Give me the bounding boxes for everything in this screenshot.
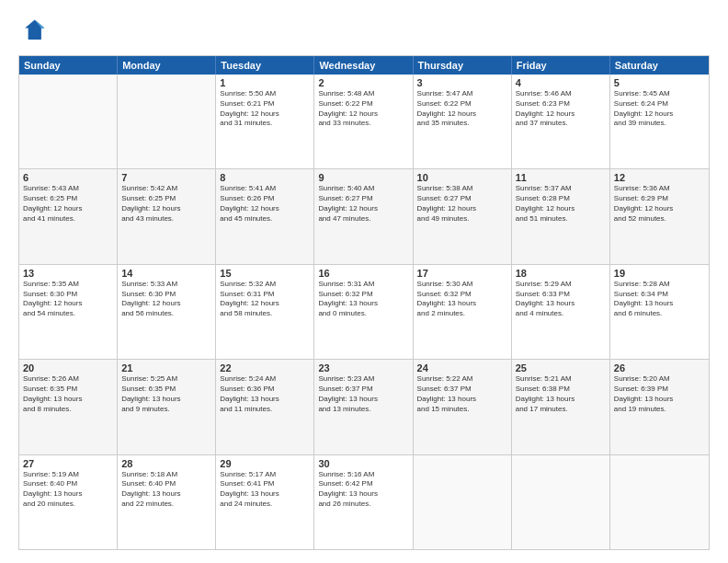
day-number: 15 (220, 268, 310, 279)
day-number: 21 (121, 362, 211, 373)
calendar-cell-r0c2: 1Sunrise: 5:50 AM Sunset: 6:21 PM Daylig… (216, 75, 314, 168)
calendar-cell-r1c3: 9Sunrise: 5:40 AM Sunset: 6:27 PM Daylig… (314, 169, 413, 263)
calendar-cell-r4c2: 29Sunrise: 5:17 AM Sunset: 6:41 PM Dayli… (216, 455, 314, 549)
calendar-cell-r2c6: 19Sunrise: 5:28 AM Sunset: 6:34 PM Dayli… (610, 265, 709, 359)
calendar-row-4: 27Sunrise: 5:19 AM Sunset: 6:40 PM Dayli… (19, 455, 709, 549)
calendar-cell-r3c6: 26Sunrise: 5:20 AM Sunset: 6:39 PM Dayli… (610, 360, 709, 454)
calendar-cell-r2c2: 15Sunrise: 5:32 AM Sunset: 6:31 PM Dayli… (216, 265, 314, 359)
day-number: 13 (23, 268, 113, 279)
cell-info: Sunrise: 5:24 AM Sunset: 6:36 PM Dayligh… (220, 374, 310, 414)
day-number: 6 (23, 172, 113, 183)
day-number: 9 (318, 172, 408, 183)
page: SundayMondayTuesdayWednesdayThursdayFrid… (0, 0, 728, 563)
cell-info: Sunrise: 5:40 AM Sunset: 6:27 PM Dayligh… (318, 184, 408, 224)
calendar-cell-r1c4: 10Sunrise: 5:38 AM Sunset: 6:27 PM Dayli… (414, 169, 512, 263)
cell-info: Sunrise: 5:26 AM Sunset: 6:35 PM Dayligh… (23, 374, 113, 414)
cell-info: Sunrise: 5:38 AM Sunset: 6:27 PM Dayligh… (417, 184, 507, 224)
calendar-cell-r3c4: 24Sunrise: 5:22 AM Sunset: 6:37 PM Dayli… (414, 360, 512, 454)
cell-info: Sunrise: 5:35 AM Sunset: 6:30 PM Dayligh… (23, 280, 113, 319)
cell-info: Sunrise: 5:25 AM Sunset: 6:35 PM Dayligh… (121, 374, 211, 414)
calendar-cell-r1c2: 8Sunrise: 5:41 AM Sunset: 6:26 PM Daylig… (216, 169, 314, 263)
calendar-row-0: 1Sunrise: 5:50 AM Sunset: 6:21 PM Daylig… (19, 75, 709, 169)
calendar-cell-r2c0: 13Sunrise: 5:35 AM Sunset: 6:30 PM Dayli… (19, 265, 118, 359)
calendar-cell-r0c6: 5Sunrise: 5:45 AM Sunset: 6:24 PM Daylig… (610, 75, 709, 168)
header-day-wednesday: Wednesday (314, 56, 413, 75)
day-number: 24 (417, 362, 507, 373)
calendar-body: 1Sunrise: 5:50 AM Sunset: 6:21 PM Daylig… (19, 75, 709, 549)
calendar-cell-r0c1 (118, 75, 216, 168)
cell-info: Sunrise: 5:22 AM Sunset: 6:37 PM Dayligh… (417, 374, 507, 414)
logo (18, 17, 51, 46)
cell-info: Sunrise: 5:46 AM Sunset: 6:23 PM Dayligh… (516, 89, 606, 129)
calendar-row-1: 6Sunrise: 5:43 AM Sunset: 6:25 PM Daylig… (19, 169, 709, 264)
calendar-row-3: 20Sunrise: 5:26 AM Sunset: 6:35 PM Dayli… (19, 360, 709, 454)
header (18, 17, 710, 46)
day-number: 29 (220, 458, 310, 469)
cell-info: Sunrise: 5:29 AM Sunset: 6:33 PM Dayligh… (516, 280, 606, 319)
day-number: 14 (121, 268, 211, 279)
calendar-cell-r1c5: 11Sunrise: 5:37 AM Sunset: 6:28 PM Dayli… (512, 169, 610, 263)
calendar-cell-r4c6 (610, 455, 709, 549)
day-number: 11 (516, 172, 606, 183)
header-day-saturday: Saturday (610, 56, 709, 75)
calendar-cell-r1c1: 7Sunrise: 5:42 AM Sunset: 6:25 PM Daylig… (118, 169, 216, 263)
cell-info: Sunrise: 5:41 AM Sunset: 6:26 PM Dayligh… (220, 184, 310, 224)
day-number: 27 (23, 458, 113, 469)
day-number: 17 (417, 268, 507, 279)
day-number: 30 (318, 458, 408, 469)
calendar-cell-r2c3: 16Sunrise: 5:31 AM Sunset: 6:32 PM Dayli… (314, 265, 413, 359)
calendar-cell-r0c3: 2Sunrise: 5:48 AM Sunset: 6:22 PM Daylig… (314, 75, 413, 168)
header-day-thursday: Thursday (414, 56, 512, 75)
calendar-cell-r1c6: 12Sunrise: 5:36 AM Sunset: 6:29 PM Dayli… (610, 169, 709, 263)
svg-marker-0 (25, 20, 44, 40)
day-number: 1 (220, 77, 310, 88)
calendar-cell-r3c1: 21Sunrise: 5:25 AM Sunset: 6:35 PM Dayli… (118, 360, 216, 454)
cell-info: Sunrise: 5:37 AM Sunset: 6:28 PM Dayligh… (516, 184, 606, 224)
calendar-cell-r0c5: 4Sunrise: 5:46 AM Sunset: 6:23 PM Daylig… (512, 75, 610, 168)
cell-info: Sunrise: 5:30 AM Sunset: 6:32 PM Dayligh… (417, 280, 507, 319)
cell-info: Sunrise: 5:16 AM Sunset: 6:42 PM Dayligh… (318, 470, 408, 510)
calendar-cell-r3c5: 25Sunrise: 5:21 AM Sunset: 6:38 PM Dayli… (512, 360, 610, 454)
calendar-cell-r4c3: 30Sunrise: 5:16 AM Sunset: 6:42 PM Dayli… (314, 455, 413, 549)
calendar-cell-r3c2: 22Sunrise: 5:24 AM Sunset: 6:36 PM Dayli… (216, 360, 314, 454)
header-day-monday: Monday (118, 56, 216, 75)
cell-info: Sunrise: 5:28 AM Sunset: 6:34 PM Dayligh… (614, 280, 705, 319)
day-number: 28 (121, 458, 211, 469)
header-day-friday: Friday (512, 56, 610, 75)
cell-info: Sunrise: 5:42 AM Sunset: 6:25 PM Dayligh… (121, 184, 211, 224)
calendar-cell-r2c4: 17Sunrise: 5:30 AM Sunset: 6:32 PM Dayli… (414, 265, 512, 359)
calendar-cell-r4c0: 27Sunrise: 5:19 AM Sunset: 6:40 PM Dayli… (19, 455, 118, 549)
day-number: 10 (417, 172, 507, 183)
day-number: 8 (220, 172, 310, 183)
calendar-cell-r4c5 (512, 455, 610, 549)
day-number: 18 (516, 268, 606, 279)
day-number: 2 (318, 77, 408, 88)
calendar-cell-r3c0: 20Sunrise: 5:26 AM Sunset: 6:35 PM Dayli… (19, 360, 118, 454)
calendar-cell-r4c1: 28Sunrise: 5:18 AM Sunset: 6:40 PM Dayli… (118, 455, 216, 549)
cell-info: Sunrise: 5:19 AM Sunset: 6:40 PM Dayligh… (23, 470, 113, 510)
cell-info: Sunrise: 5:17 AM Sunset: 6:41 PM Dayligh… (220, 470, 310, 510)
cell-info: Sunrise: 5:36 AM Sunset: 6:29 PM Dayligh… (614, 184, 705, 224)
cell-info: Sunrise: 5:33 AM Sunset: 6:30 PM Dayligh… (121, 280, 211, 319)
cell-info: Sunrise: 5:50 AM Sunset: 6:21 PM Dayligh… (220, 89, 310, 129)
day-number: 4 (516, 77, 606, 88)
header-day-sunday: Sunday (19, 56, 118, 75)
cell-info: Sunrise: 5:23 AM Sunset: 6:37 PM Dayligh… (318, 374, 408, 414)
day-number: 22 (220, 362, 310, 373)
day-number: 12 (614, 172, 705, 183)
day-number: 5 (614, 77, 705, 88)
day-number: 3 (417, 77, 507, 88)
day-number: 25 (516, 362, 606, 373)
calendar-row-2: 13Sunrise: 5:35 AM Sunset: 6:30 PM Dayli… (19, 265, 709, 360)
cell-info: Sunrise: 5:21 AM Sunset: 6:38 PM Dayligh… (516, 374, 606, 414)
cell-info: Sunrise: 5:45 AM Sunset: 6:24 PM Dayligh… (614, 89, 705, 129)
day-number: 23 (318, 362, 408, 373)
cell-info: Sunrise: 5:18 AM Sunset: 6:40 PM Dayligh… (121, 470, 211, 510)
cell-info: Sunrise: 5:32 AM Sunset: 6:31 PM Dayligh… (220, 280, 310, 319)
calendar-header: SundayMondayTuesdayWednesdayThursdayFrid… (19, 56, 709, 75)
day-number: 26 (614, 362, 705, 373)
day-number: 16 (318, 268, 408, 279)
day-number: 7 (121, 172, 211, 183)
cell-info: Sunrise: 5:47 AM Sunset: 6:22 PM Dayligh… (417, 89, 507, 129)
day-number: 19 (614, 268, 705, 279)
